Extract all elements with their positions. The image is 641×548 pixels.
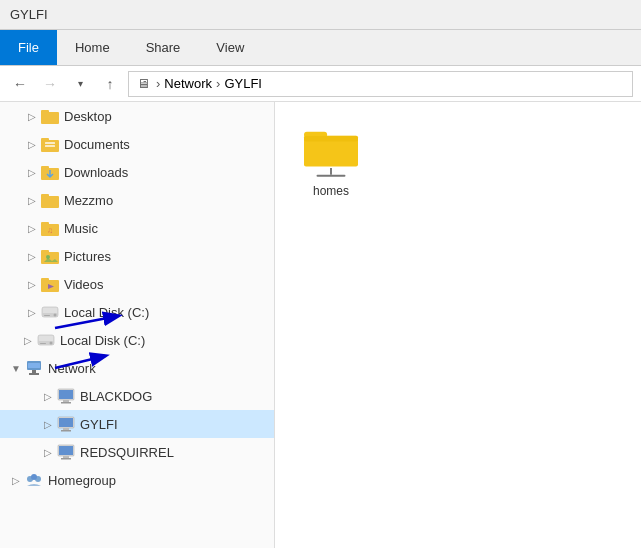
forward-button[interactable]: → [38, 72, 62, 96]
sidebar-label-localdisk-c1: Local Disk (C:) [64, 305, 149, 320]
svg-rect-30 [28, 363, 40, 368]
tab-home[interactable]: Home [57, 30, 128, 65]
svg-point-45 [31, 474, 37, 480]
svg-rect-22 [44, 315, 50, 316]
sidebar-item-localdisk-c2[interactable]: ▷ Local Disk (C:) [0, 326, 274, 354]
hdd-icon-c2 [36, 330, 56, 350]
sidebar-label-gylfi: GYLFI [80, 417, 118, 432]
sidebar-label-pictures: Pictures [64, 249, 111, 264]
svg-rect-37 [63, 428, 69, 430]
sidebar-label-homegroup: Homegroup [48, 473, 116, 488]
folder-icon-videos [40, 274, 60, 294]
path-network[interactable]: Network [164, 76, 212, 91]
svg-rect-5 [45, 145, 55, 147]
svg-rect-33 [63, 400, 69, 402]
computer-icon: 🖥 [137, 76, 150, 91]
hdd-icon-c1 [40, 302, 60, 322]
computer-icon-blackdog [56, 386, 76, 406]
svg-rect-3 [41, 138, 49, 142]
sidebar-item-gylfi[interactable]: ▷ GYLFI [0, 410, 274, 438]
sidebar-item-pictures[interactable]: ▷ Pictures [0, 242, 274, 270]
back-button[interactable]: ← [8, 72, 32, 96]
sidebar-item-videos[interactable]: ▷ Videos [0, 270, 274, 298]
address-bar: ← → ▾ ↑ 🖥 › Network › GYLFI [0, 66, 641, 102]
network-icon [24, 358, 44, 378]
toggle-mezzmo[interactable]: ▷ [24, 192, 40, 208]
toggle-network[interactable]: ▼ [8, 360, 24, 376]
svg-rect-26 [40, 343, 46, 344]
toggle-redsquirrel[interactable]: ▷ [40, 444, 56, 460]
svg-rect-17 [41, 278, 49, 282]
content-area: homes [275, 102, 641, 548]
svg-rect-14 [41, 250, 49, 254]
sidebar-label-blackdog: BLACKDOG [80, 389, 152, 404]
homes-label: homes [313, 184, 349, 198]
toggle-homegroup[interactable]: ▷ [8, 472, 24, 488]
sidebar-item-blackdog[interactable]: ▷ BLACKDOG [0, 382, 274, 410]
svg-rect-29 [29, 373, 39, 375]
ribbon: File Home Share View [0, 30, 641, 66]
computer-icon-gylfi [56, 414, 76, 434]
sidebar-item-desktop[interactable]: ▷ Desktop [0, 102, 274, 130]
svg-text:♫: ♫ [47, 226, 53, 235]
path-gylfi[interactable]: GYLFI [224, 76, 262, 91]
sidebar-label-music: Music [64, 221, 98, 236]
toggle-pictures[interactable]: ▷ [24, 248, 40, 264]
svg-rect-28 [32, 370, 36, 373]
folder-icon-desktop [40, 106, 60, 126]
folder-icon-downloads [40, 162, 60, 182]
folder-icon-mezzmo [40, 190, 60, 210]
sidebar-item-localdisk-c1[interactable]: ▷ Local Disk (C:) [0, 298, 274, 326]
toggle-gylfi[interactable]: ▷ [40, 416, 56, 432]
sidebar-label-localdisk-c2: Local Disk (C:) [60, 333, 145, 348]
svg-rect-34 [61, 402, 71, 404]
sidebar-label-downloads: Downloads [64, 165, 128, 180]
svg-rect-9 [41, 194, 49, 198]
toggle-music[interactable]: ▷ [24, 220, 40, 236]
folder-homes[interactable]: homes [291, 118, 371, 206]
address-path[interactable]: 🖥 › Network › GYLFI [128, 71, 633, 97]
sidebar-label-mezzmo: Mezzmo [64, 193, 113, 208]
tab-file[interactable]: File [0, 30, 57, 65]
sidebar-label-documents: Documents [64, 137, 130, 152]
svg-rect-38 [61, 430, 71, 432]
tab-view[interactable]: View [198, 30, 262, 65]
svg-rect-4 [45, 142, 55, 144]
sidebar-item-downloads[interactable]: ▷ Downloads [0, 158, 274, 186]
sidebar-item-redsquirrel[interactable]: ▷ REDSQUIRREL [0, 438, 274, 466]
sidebar: ▷ Desktop ▷ Documents ▷ Downloads ▷ [0, 102, 275, 548]
title-text: GYLFI [10, 7, 48, 22]
tab-share[interactable]: Share [128, 30, 199, 65]
recent-locations-button[interactable]: ▾ [68, 72, 92, 96]
svg-point-21 [54, 314, 57, 317]
toggle-videos[interactable]: ▷ [24, 276, 40, 292]
toggle-desktop[interactable]: ▷ [24, 108, 40, 124]
title-bar: GYLFI [0, 0, 641, 30]
toggle-localdisk-c2[interactable]: ▷ [20, 332, 36, 348]
svg-rect-7 [41, 166, 49, 170]
svg-rect-36 [59, 418, 73, 427]
sidebar-label-redsquirrel: REDSQUIRREL [80, 445, 174, 460]
sidebar-item-network[interactable]: ▼ Network [0, 354, 274, 382]
svg-rect-50 [317, 175, 346, 177]
sidebar-label-videos: Videos [64, 277, 104, 292]
toggle-localdisk-c1[interactable]: ▷ [24, 304, 40, 320]
sidebar-item-mezzmo[interactable]: ▷ Mezzmo [0, 186, 274, 214]
sidebar-label-network: Network [48, 361, 96, 376]
svg-rect-1 [41, 110, 49, 114]
toggle-blackdog[interactable]: ▷ [40, 388, 56, 404]
sidebar-item-documents[interactable]: ▷ Documents [0, 130, 274, 158]
sidebar-label-desktop: Desktop [64, 109, 112, 124]
sidebar-item-music[interactable]: ▷ ♫ Music [0, 214, 274, 242]
homegroup-icon [24, 470, 44, 490]
main-layout: ▷ Desktop ▷ Documents ▷ Downloads ▷ [0, 102, 641, 548]
svg-rect-41 [63, 456, 69, 458]
folder-icon-pictures [40, 246, 60, 266]
svg-rect-40 [59, 446, 73, 455]
homes-folder-icon [303, 126, 359, 178]
computer-icon-redsquirrel [56, 442, 76, 462]
up-button[interactable]: ↑ [98, 72, 122, 96]
sidebar-item-homegroup[interactable]: ▷ Homegroup [0, 466, 274, 494]
toggle-documents[interactable]: ▷ [24, 136, 40, 152]
toggle-downloads[interactable]: ▷ [24, 164, 40, 180]
